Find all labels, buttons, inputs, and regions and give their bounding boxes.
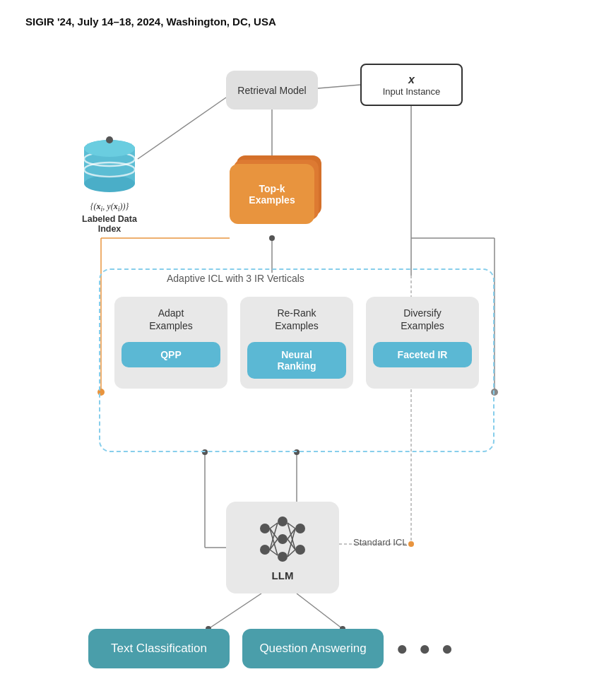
svg-point-33 [260, 545, 270, 555]
diagram-container: Retrieval Model x Input Instance {(xi, y… [21, 49, 593, 671]
ir-boxes-container: Adapt Examples QPP Re-Rank Examples Neur… [106, 297, 487, 389]
svg-point-16 [408, 541, 414, 547]
labeled-data-label: Labeled DataIndex [82, 214, 137, 234]
svg-point-35 [278, 534, 288, 544]
llm-label: LLM [272, 569, 294, 581]
svg-line-0 [138, 98, 226, 159]
svg-point-27 [84, 175, 135, 192]
labeled-data-index: {(xi, y(xi))} Labeled DataIndex [60, 201, 159, 234]
header-title: SIGIR '24, July 14–18, 2024, Washington,… [25, 16, 276, 28]
qpp-button[interactable]: QPP [122, 342, 220, 367]
svg-point-32 [260, 524, 270, 533]
database-icon [81, 134, 138, 198]
labeled-formula: {(xi, y(xi))} [60, 201, 159, 213]
question-answering-box: Question Answering [242, 629, 384, 668]
neural-ranking-button[interactable]: Neural Ranking [247, 342, 346, 379]
svg-point-20 [269, 235, 275, 241]
faceted-ir-button[interactable]: Faceted IR [373, 342, 472, 367]
svg-point-36 [278, 552, 288, 562]
text-classification-box: Text Classification [88, 629, 230, 668]
svg-point-34 [278, 516, 288, 526]
svg-line-18 [297, 593, 343, 629]
ir-box-rerank: Re-Rank Examples Neural Ranking [240, 297, 353, 389]
llm-box: LLM [226, 502, 339, 593]
standard-icl-label: Standard ICL [353, 537, 408, 548]
diversify-examples-title: Diversify Examples [401, 307, 444, 332]
input-instance-box: x Input Instance [360, 64, 463, 106]
svg-line-41 [270, 528, 278, 555]
neural-network-icon [254, 514, 311, 564]
topk-examples-container: Top-k Examples [230, 155, 321, 230]
svg-point-31 [106, 136, 113, 143]
input-instance-label: Input Instance [383, 86, 441, 97]
topk-box-front: Top-k Examples [230, 164, 314, 224]
svg-line-2 [318, 85, 360, 88]
ir-box-adapt: Adapt Examples QPP [114, 297, 227, 389]
rerank-examples-title: Re-Rank Examples [275, 307, 318, 332]
ir-box-diversify: Diversify Examples Faceted IR [366, 297, 479, 389]
adapt-examples-title: Adapt Examples [149, 307, 192, 332]
svg-point-38 [295, 545, 305, 555]
svg-line-17 [208, 593, 261, 629]
adaptive-icl-label: Adaptive ICL with 3 IR Verticals [162, 273, 309, 284]
downstream-boxes-container: Text Classification Question Answering ●… [88, 629, 555, 668]
input-x-label: x [408, 73, 415, 86]
svg-line-49 [288, 523, 295, 550]
svg-line-42 [270, 523, 278, 550]
more-tasks-dots: ● ● ● [396, 637, 456, 660]
retrieval-model-box: Retrieval Model [226, 71, 318, 110]
svg-point-37 [295, 524, 305, 533]
